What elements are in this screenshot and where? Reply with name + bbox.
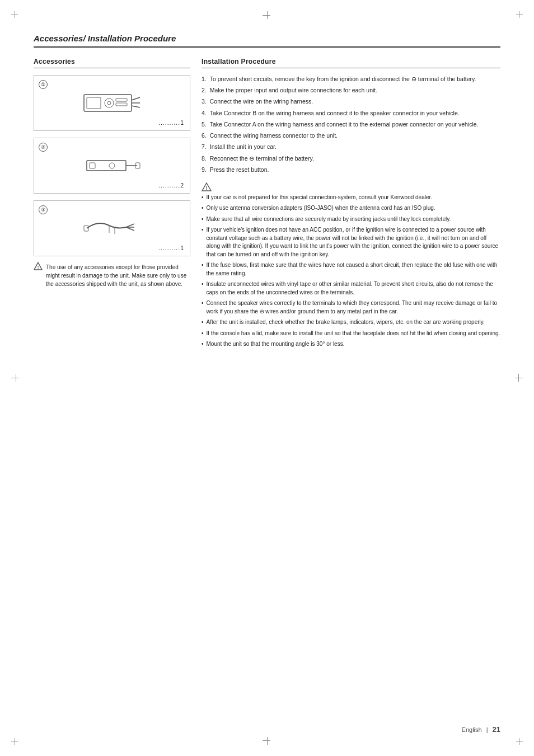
install-step-4: 4. Take Connector B on the wiring harnes…	[202, 109, 500, 118]
installation-warnings-section: ! •If your car is not prepared for this …	[202, 182, 500, 349]
accessory-number-1: ①	[39, 80, 48, 89]
warning-item-9: •If the console has a lid, make sure to …	[202, 330, 500, 338]
step-num-7: 7.	[202, 143, 207, 151]
warning-bullet-7: •	[202, 299, 204, 316]
install-step-3: 3. Connect the wire on the wiring harnes…	[202, 97, 500, 106]
accessories-heading: Accessories	[34, 58, 190, 68]
warning-text-4: If your vehicle's ignition does not have…	[207, 226, 500, 259]
warning-text-6: Insulate unconnected wires with vinyl ta…	[207, 280, 500, 297]
footer-language: English	[462, 726, 482, 733]
svg-rect-5	[116, 103, 127, 106]
svg-rect-10	[90, 163, 95, 168]
center-mark-left	[11, 374, 20, 383]
page: Accessories/ Installation Procedure Acce…	[0, 0, 534, 756]
install-step-8: 8. Reconnect the ⊖ terminal of the batte…	[202, 154, 500, 163]
page-title: Accessories/ Installation Procedure	[34, 34, 500, 48]
accessory-count-3: ..........1	[158, 245, 184, 251]
accessory-image-1	[78, 83, 146, 123]
warning-text-7: Connect the speaker wires correctly to t…	[207, 299, 500, 316]
step-text-2: Make the proper input and output wire co…	[210, 86, 377, 95]
accessory-number-3: ③	[39, 205, 48, 214]
warning-item-7: •Connect the speaker wires correctly to …	[202, 299, 500, 316]
install-step-5: 5. Take Connector A on the wiring harnes…	[202, 120, 500, 129]
warning-text-8: After the unit is installed, check wheth…	[207, 318, 485, 327]
content-area: Accessories/ Installation Procedure Acce…	[34, 34, 500, 351]
warning-bullet-6: •	[202, 280, 204, 297]
accessory-warning-section: ! The use of any accessories except for …	[34, 263, 190, 288]
step-text-7: Install the unit in your car.	[210, 143, 277, 151]
accessory-number-2: ②	[39, 143, 48, 152]
svg-point-3	[107, 101, 111, 105]
step-num-3: 3.	[202, 97, 207, 106]
install-step-6: 6. Connect the wiring harness connector …	[202, 132, 500, 140]
installation-steps-list: 1. To prevent short circuits, remove the…	[202, 75, 500, 174]
center-mark-right	[514, 374, 523, 383]
warning-item-3: •Make sure that all wire connections are…	[202, 215, 500, 224]
crop-mark-tr	[512, 11, 523, 22]
left-column: Accessories ①	[34, 58, 190, 351]
warning-item-1: •If your car is not prepared for this sp…	[202, 194, 500, 202]
warning-bullet-10: •	[202, 340, 204, 349]
warning-bullet-5: •	[202, 261, 204, 278]
step-text-5: Take Connector A on the wiring harness a…	[210, 120, 479, 129]
svg-text:!: !	[38, 265, 39, 270]
warning-item-4: •If your vehicle's ignition does not hav…	[202, 226, 500, 259]
accessory-count-1: ..........1	[158, 119, 184, 126]
accessory-box-2: ② ..........2	[34, 138, 190, 194]
crop-mark-br	[512, 734, 523, 745]
step-text-9: Press the reset button.	[210, 166, 269, 174]
step-text-8: Reconnect the ⊖ terminal of the battery.	[210, 154, 314, 163]
accessory-box-3: ③ .....	[34, 200, 190, 256]
step-num-5: 5.	[202, 120, 207, 129]
svg-line-6	[132, 97, 140, 100]
step-text-1: To prevent short circuits, remove the ke…	[210, 75, 476, 83]
step-text-4: Take Connector B on the wiring harness a…	[210, 109, 460, 118]
svg-rect-4	[116, 98, 127, 101]
warning-text-3: Make sure that all wire connections are …	[207, 215, 451, 224]
step-num-8: 8.	[202, 154, 207, 163]
caution-icon-right: !	[202, 182, 212, 191]
warning-text-5: If the fuse blows, first make sure that …	[207, 261, 500, 278]
step-num-6: 6.	[202, 132, 207, 140]
two-column-layout: Accessories ①	[34, 58, 500, 351]
center-mark-top	[263, 11, 271, 20]
warning-item-8: •After the unit is installed, check whet…	[202, 318, 500, 327]
crop-mark-tl	[11, 11, 22, 22]
accessory-warning-text: The use of any accessories except for th…	[46, 263, 190, 288]
step-text-6: Connect the wiring harness connector to …	[210, 132, 338, 140]
crop-mark-bl	[11, 734, 22, 745]
footer-separator: |	[486, 726, 488, 733]
warning-bullet-9: •	[202, 330, 204, 338]
warning-text-10: Mount the unit so that the mounting angl…	[207, 340, 345, 349]
warning-item-2: •Only use antenna conversion adapters (I…	[202, 204, 500, 213]
warning-bullet-3: •	[202, 215, 204, 224]
svg-point-11	[109, 163, 115, 168]
warning-bullet-2: •	[202, 204, 204, 213]
warning-text-2: Only use antenna conversion adapters (IS…	[207, 204, 435, 213]
installation-heading: Installation Procedure	[202, 58, 500, 68]
svg-rect-9	[87, 161, 126, 171]
svg-text:!: !	[206, 185, 208, 191]
warning-bullet-1: •	[202, 194, 204, 202]
warning-text-1: If your car is not prepared for this spe…	[207, 194, 433, 202]
warning-item-10: •Mount the unit so that the mounting ang…	[202, 340, 500, 349]
step-text-3: Connect the wire on the wiring harness.	[210, 97, 313, 106]
installation-warning-header: !	[202, 182, 500, 191]
svg-line-8	[132, 106, 140, 107]
page-footer: English | 21	[462, 725, 500, 734]
warning-item-5: •If the fuse blows, first make sure that…	[202, 261, 500, 278]
svg-rect-1	[87, 97, 101, 109]
accessory-image-3	[78, 209, 146, 248]
accessory-image-2	[78, 146, 146, 185]
footer-page-number: 21	[493, 725, 500, 734]
install-step-1: 1. To prevent short circuits, remove the…	[202, 75, 500, 83]
caution-icon-left: !	[34, 262, 43, 288]
install-step-7: 7. Install the unit in your car.	[202, 143, 500, 151]
install-step-9: 9. Press the reset button.	[202, 166, 500, 174]
installation-warnings-list: •If your car is not prepared for this sp…	[202, 194, 500, 349]
accessory-count-2: ..........2	[158, 182, 184, 189]
svg-rect-14	[84, 226, 88, 231]
step-num-4: 4.	[202, 109, 207, 118]
right-column: Installation Procedure 1. To prevent sho…	[202, 58, 500, 351]
warning-text-9: If the console has a lid, make sure to i…	[207, 330, 500, 338]
